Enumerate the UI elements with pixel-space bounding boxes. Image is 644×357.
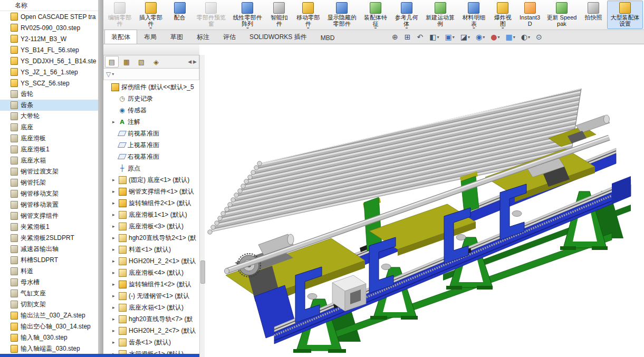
- scrollbar-thumb[interactable]: [200, 260, 205, 284]
- section-view-icon[interactable]: ◧ ▾: [428, 32, 440, 42]
- feature-tree-item[interactable]: ▸ A 注解: [103, 116, 199, 128]
- toolbar-button[interactable]: 零部件预览窗: [194, 1, 229, 29]
- expand-arrow-icon[interactable]: ▸: [112, 212, 118, 217]
- view-orientation-icon[interactable]: ▣ ▾: [444, 32, 455, 42]
- feature-tree-item[interactable]: ▸ hgh20直线导轨<7> (默: [103, 313, 199, 325]
- toolbar-button[interactable]: 材料明细表 ▼: [459, 1, 489, 29]
- expand-arrow-icon[interactable]: ▸: [112, 340, 118, 345]
- feature-tree-item[interactable]: ◉ 传感器: [103, 104, 199, 116]
- file-list-item[interactable]: YS_JZ_1_56_1.step: [0, 66, 98, 78]
- ribbon-tab[interactable]: MBD: [314, 31, 342, 44]
- panel-scroll-left-icon[interactable]: ◀: [188, 59, 191, 64]
- toolbar-button[interactable]: 参考几何体 ▼: [391, 1, 422, 29]
- toolbar-button[interactable]: 线性零部件阵列 ▼: [229, 1, 265, 29]
- file-list-header-name-column[interactable]: 名称: [0, 0, 98, 11]
- feature-tree-item[interactable]: 右视基准面: [103, 151, 199, 162]
- file-list-item[interactable]: 输出空心轴_030_14.step: [0, 321, 98, 332]
- feature-tree-item[interactable]: ▸ 钢管支撑组件<1> (默认: [103, 186, 199, 197]
- feature-tree-item[interactable]: ┼ 原点: [103, 162, 199, 174]
- expand-arrow-icon[interactable]: ▸: [112, 177, 118, 182]
- display-style-icon[interactable]: ◪ ▾: [459, 32, 471, 42]
- toolbar-button[interactable]: 新建运动算例: [422, 1, 458, 29]
- file-list-item[interactable]: 底座滑板1: [0, 144, 98, 155]
- file-list-item[interactable]: 夹紧滑板1: [0, 221, 98, 233]
- expand-arrow-icon[interactable]: ▸: [112, 119, 118, 124]
- feature-tree-item[interactable]: 前视基准面: [103, 128, 199, 139]
- file-list-item[interactable]: 夹紧滑板2SLDPRT: [0, 233, 98, 244]
- feature-tree-scrollbar[interactable]: [199, 55, 205, 357]
- toolbar-button[interactable]: 大型装配体设置: [607, 1, 643, 29]
- propertymanager-tab[interactable]: ▦: [120, 56, 133, 67]
- expand-arrow-icon[interactable]: ▸: [112, 305, 118, 310]
- apply-scene-icon[interactable]: ▦ ▾: [504, 32, 516, 42]
- hide-show-items-icon[interactable]: ◉ ▾: [475, 32, 486, 42]
- expand-arrow-icon[interactable]: ▸: [112, 328, 118, 333]
- feature-tree-filter[interactable]: ▽ ▾: [103, 69, 199, 80]
- file-list-item[interactable]: YS_SCZ_56.step: [0, 78, 98, 89]
- toolbar-button[interactable]: 更新 Speedpak: [544, 1, 580, 29]
- feature-tree-item[interactable]: ▸ 底座滑板1<1> (默认): [103, 209, 199, 220]
- expand-arrow-icon[interactable]: ▸: [112, 316, 118, 322]
- file-list-item[interactable]: 钢管移动装置: [0, 199, 98, 210]
- toolbar-button[interactable]: 智能扣件: [266, 1, 292, 29]
- file-list-item[interactable]: Open CASCADE STEP tra: [0, 11, 98, 22]
- expand-arrow-icon[interactable]: ▸: [112, 224, 118, 229]
- file-list-item[interactable]: YS_B14_FL_56.step: [0, 44, 98, 55]
- ribbon-tab[interactable]: 布局: [137, 30, 164, 44]
- zoom-area-icon[interactable]: ⊞: [403, 32, 412, 42]
- file-list-item[interactable]: 底座: [0, 122, 98, 133]
- expand-arrow-icon[interactable]: ▸: [112, 235, 118, 240]
- file-list-item[interactable]: 钢管移动支架: [0, 188, 98, 199]
- ribbon-tab[interactable]: 评估: [216, 30, 243, 44]
- toolbar-button[interactable]: 拍快照: [580, 1, 607, 29]
- expand-arrow-icon[interactable]: ▸: [112, 258, 118, 264]
- filter-caret-icon[interactable]: ▾: [112, 72, 114, 76]
- file-list-item[interactable]: 钢管支撑组件: [0, 210, 98, 221]
- feature-tree-item[interactable]: ▸ HGH20H_2_2<7> (默认: [103, 325, 199, 336]
- file-list-item[interactable]: 齿条: [0, 100, 98, 111]
- panel-splitter[interactable]: [98, 0, 103, 357]
- file-list-item[interactable]: 气缸支座: [0, 288, 98, 299]
- panel-scroll-right-icon[interactable]: ▶: [193, 59, 197, 64]
- file-list-item[interactable]: 输入轴端盖_030.step: [0, 343, 98, 354]
- expand-arrow-icon[interactable]: ▸: [112, 247, 118, 252]
- ribbon-tab[interactable]: SOLIDWORKS 插件: [243, 30, 314, 44]
- file-list-item[interactable]: 输出法兰_030_ZA.step: [0, 310, 98, 321]
- feature-tree-item[interactable]: ▸ 底座滑板<3> (默认): [103, 220, 199, 232]
- feature-tree-item[interactable]: ▸ (-) 无缝钢管<1> (默认: [103, 290, 199, 302]
- file-list-item[interactable]: 输入轴_030.step: [0, 332, 98, 343]
- feature-tree-item[interactable]: ▸ hgh20直线导轨2<1> (默: [103, 232, 199, 244]
- file-list-item[interactable]: 料槽SLDPRT: [0, 255, 98, 266]
- expand-arrow-icon[interactable]: ▸: [112, 200, 118, 206]
- feature-tree-item[interactable]: ▸ 料道<1> (默认): [103, 244, 199, 255]
- expand-arrow-icon[interactable]: ▸: [112, 282, 118, 287]
- toolbar-button[interactable]: 显示隐藏的零部件: [324, 1, 360, 29]
- feature-tree-item[interactable]: ◷ 历史记录: [103, 93, 199, 104]
- file-list-item[interactable]: YS_DDJXH_56_1_B14.ste: [0, 55, 98, 66]
- file-list-item[interactable]: 钢管托架: [0, 177, 98, 188]
- toolbar-button[interactable]: 爆炸视图 ▼: [489, 1, 516, 29]
- feature-tree-item[interactable]: ▸ 底座水箱<1> (默认): [103, 302, 199, 313]
- ribbon-tab[interactable]: 草图: [164, 30, 190, 44]
- featuremanager-tab[interactable]: ▤: [105, 56, 119, 67]
- expand-arrow-icon[interactable]: ▸: [112, 189, 118, 194]
- file-list-item[interactable]: RV025-090_030.step: [0, 22, 98, 33]
- toolbar-button[interactable]: 编辑零部件: [104, 1, 135, 29]
- feature-tree-item[interactable]: ▸ 齿条<1> (默认): [103, 336, 199, 348]
- file-list-item[interactable]: 料道: [0, 266, 98, 277]
- file-list-item[interactable]: 减速器输出轴: [0, 244, 98, 255]
- dimxpertmanager-tab[interactable]: ◈: [149, 56, 163, 67]
- ribbon-tab[interactable]: 装配体: [104, 30, 137, 44]
- file-list-item[interactable]: 底座水箱: [0, 155, 98, 166]
- file-list-item[interactable]: 齿轮: [0, 89, 98, 100]
- toolbar-button[interactable]: Instant3D: [516, 1, 543, 29]
- toolbar-button[interactable]: 装配体特征 ▼: [360, 1, 391, 29]
- toolbar-button[interactable]: 插入零部件 ▼: [136, 1, 166, 29]
- file-list-item[interactable]: 钢管过渡支架: [0, 166, 98, 177]
- file-list-item[interactable]: 大带轮: [0, 111, 98, 122]
- file-list-item[interactable]: 底座滑板: [0, 133, 98, 144]
- toolbar-button[interactable]: 配合: [167, 1, 193, 29]
- expand-arrow-icon[interactable]: ▸: [112, 293, 118, 298]
- feature-tree-item[interactable]: ▸ 底座滑板<4> (默认): [103, 267, 199, 278]
- toolbar-button[interactable]: 移动零部件 ▼: [293, 1, 323, 29]
